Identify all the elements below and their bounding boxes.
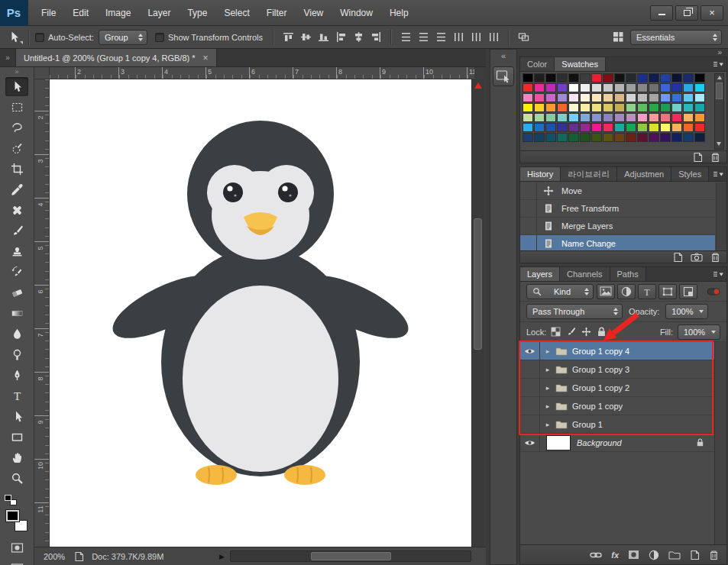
menu-window[interactable]: Window [332, 8, 381, 18]
swatches-scrollbar-thumb[interactable] [716, 82, 723, 99]
swatch-88[interactable] [614, 123, 625, 132]
swatch-54[interactable] [591, 103, 602, 112]
swatch-68[interactable] [568, 113, 579, 122]
swatch-35[interactable] [557, 93, 568, 102]
swatch-73[interactable] [626, 113, 636, 122]
align-vertical-centers-icon[interactable] [298, 30, 314, 45]
swatch-40[interactable] [614, 93, 625, 102]
swatch-66[interactable] [545, 113, 556, 122]
layer-row-background[interactable]: Background [520, 434, 714, 452]
restore-button[interactable] [675, 5, 698, 21]
panel-menu-icon[interactable] [710, 267, 726, 281]
new-document-from-state-icon[interactable] [673, 252, 683, 263]
swatch-61[interactable] [671, 103, 682, 112]
new-group-icon[interactable] [668, 550, 681, 560]
history-source-cell[interactable] [520, 200, 537, 217]
swatch-84[interactable] [568, 123, 579, 132]
clone-stamp-tool[interactable] [5, 242, 28, 261]
new-snapshot-icon[interactable] [691, 253, 703, 262]
ruler-origin-corner[interactable] [34, 67, 50, 79]
swatch-69[interactable] [580, 113, 590, 122]
swatch-89[interactable] [626, 123, 636, 132]
swatch-37[interactable] [580, 93, 590, 102]
swatch-28[interactable] [660, 83, 671, 92]
screen-mode-icon[interactable] [5, 559, 28, 565]
swatch-77[interactable] [671, 113, 682, 122]
swatch-87[interactable] [603, 123, 613, 132]
tab-channels[interactable]: Channels [560, 267, 610, 281]
delete-state-icon[interactable] [710, 252, 720, 263]
distribute-vertical-centers-icon[interactable] [416, 30, 432, 45]
distribute-horizontal-centers-icon[interactable] [468, 30, 484, 45]
blur-tool[interactable] [5, 324, 28, 344]
swatch-70[interactable] [591, 113, 602, 122]
tab-layers[interactable]: Layers [520, 267, 560, 281]
swatch-30[interactable] [683, 83, 694, 92]
align-top-edges-icon[interactable] [280, 30, 296, 45]
spot-healing-brush-tool[interactable] [5, 201, 28, 220]
swatch-79[interactable] [694, 113, 705, 122]
swatch-15[interactable] [694, 73, 705, 82]
swatch-108[interactable] [660, 133, 671, 142]
swatch-111[interactable] [694, 133, 705, 142]
swatch-76[interactable] [660, 113, 671, 122]
swatch-42[interactable] [637, 93, 648, 102]
new-layer-icon[interactable] [690, 550, 700, 560]
swatch-65[interactable] [534, 113, 545, 122]
swatch-86[interactable] [591, 123, 602, 132]
minimize-button[interactable] [650, 5, 673, 21]
show-transform-checkbox[interactable] [155, 33, 164, 42]
tab-styles[interactable]: Styles [671, 167, 709, 181]
align-right-edges-icon[interactable] [368, 30, 384, 45]
swatch-81[interactable] [534, 123, 545, 132]
swatch-67[interactable] [557, 113, 568, 122]
swatch-106[interactable] [637, 133, 648, 142]
new-adjustment-layer-icon[interactable] [649, 550, 659, 560]
zoom-tool[interactable] [5, 469, 28, 488]
new-swatch-icon[interactable] [693, 152, 703, 163]
lasso-tool[interactable] [5, 118, 28, 137]
swatch-26[interactable] [637, 83, 648, 92]
swatch-24[interactable] [614, 83, 625, 92]
swatch-38[interactable] [591, 93, 602, 102]
swatch-50[interactable] [545, 103, 556, 112]
tab-tab-1[interactable]: 라이브러리 [561, 167, 617, 181]
crop-tool[interactable] [5, 160, 28, 179]
filter-toggle-icon[interactable] [707, 287, 720, 296]
swatch-43[interactable] [649, 93, 659, 102]
tab-paths[interactable]: Paths [610, 267, 646, 281]
swatch-45[interactable] [671, 93, 682, 102]
collapse-left-dock-icon[interactable]: » [0, 49, 15, 66]
menu-help[interactable]: Help [381, 8, 417, 18]
pen-tool[interactable] [5, 366, 28, 385]
swatch-95[interactable] [694, 123, 705, 132]
document-tab[interactable]: Untitled-1 @ 200% (Group 1 copy 4, RGB/8… [15, 49, 217, 66]
status-page-icon[interactable] [74, 551, 84, 562]
scroll-down-icon[interactable] [717, 142, 721, 146]
swatch-10[interactable] [637, 73, 648, 82]
swatch-109[interactable] [671, 133, 682, 142]
document-canvas[interactable] [50, 79, 471, 547]
swatch-101[interactable] [580, 133, 590, 142]
color-swatch-control[interactable] [5, 510, 29, 531]
expand-panels-icon[interactable]: « [490, 50, 516, 62]
menu-layer[interactable]: Layer [139, 8, 179, 18]
swatch-62[interactable] [683, 103, 694, 112]
opacity-dropdown[interactable]: 100% [665, 304, 708, 319]
swatch-78[interactable] [683, 113, 694, 122]
path-selection-tool[interactable] [5, 407, 28, 426]
swatch-59[interactable] [649, 103, 659, 112]
distribute-bottom-edges-icon[interactable] [433, 30, 449, 45]
swatch-56[interactable] [614, 103, 625, 112]
eyedropper-tool[interactable] [5, 180, 28, 199]
swatch-97[interactable] [534, 133, 545, 142]
swatch-75[interactable] [649, 113, 659, 122]
swatch-16[interactable] [523, 83, 533, 92]
swatch-12[interactable] [660, 73, 671, 82]
adjustment-layer-filter-icon[interactable] [617, 284, 636, 299]
auto-align-layers-icon[interactable] [516, 30, 532, 45]
menu-edit[interactable]: Edit [64, 8, 97, 18]
add-layer-mask-icon[interactable] [628, 550, 639, 560]
scroll-up-arrow[interactable] [474, 82, 482, 89]
swatch-102[interactable] [591, 133, 602, 142]
